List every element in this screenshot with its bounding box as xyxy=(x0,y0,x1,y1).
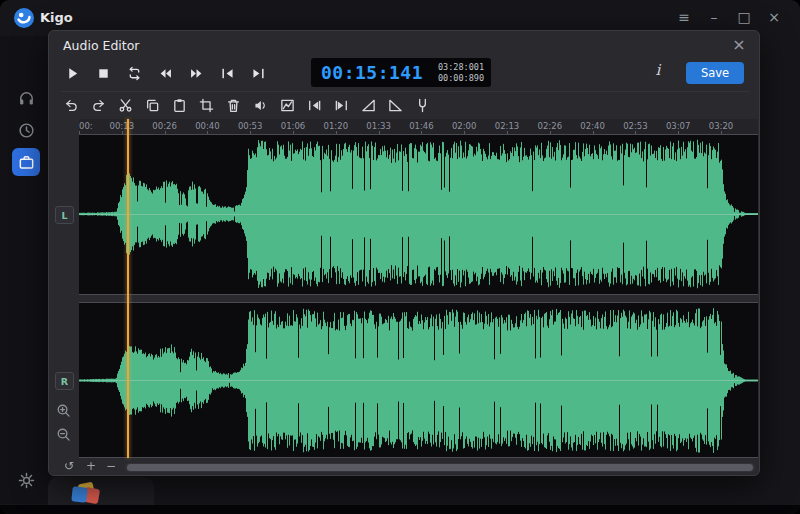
ruler-tick-label: 01:33 xyxy=(366,121,391,131)
ruler-tick-label: 00: xyxy=(79,121,93,131)
crop-button[interactable] xyxy=(196,95,217,117)
sidebar-item-headphones[interactable] xyxy=(12,84,40,112)
cut-button[interactable] xyxy=(115,95,136,117)
info-button[interactable]: i xyxy=(649,61,667,83)
undo-button[interactable] xyxy=(61,95,82,117)
save-button[interactable]: Save xyxy=(686,62,744,84)
audio-editor-dialog: Audio Editor × 00:15:141 03:28:001 00:00… xyxy=(48,30,760,476)
ruler-tick-label: 02:26 xyxy=(538,121,563,131)
maximize-window-button[interactable]: □ xyxy=(736,8,752,26)
app-window: Kigo ≡–□× Audio Editor × 00:15:141 03:28… xyxy=(0,0,800,514)
ruler-tick-label: 03:07 xyxy=(666,121,691,131)
timeline-ruler[interactable]: 00:00:1300:2600:4000:5301:0601:2001:3301… xyxy=(79,119,758,134)
edit-toolbar xyxy=(61,91,749,117)
horizontal-scrollbar[interactable] xyxy=(125,463,755,472)
zoom-out-button[interactable] xyxy=(56,427,73,444)
ruler-tick-label: 02:00 xyxy=(452,121,477,131)
fast-forward-button[interactable] xyxy=(185,61,207,85)
sidebar-item-history[interactable] xyxy=(12,116,40,144)
paste-button[interactable] xyxy=(169,95,190,117)
window-controls: ≡–□× xyxy=(676,8,782,26)
volume-button[interactable] xyxy=(250,95,271,117)
app-title: Kigo xyxy=(40,10,73,25)
ruler-tick-label: 00:53 xyxy=(238,121,263,131)
pitch-button[interactable] xyxy=(412,95,433,117)
scrollbar-thumb[interactable] xyxy=(127,464,753,471)
fade-in-button[interactable] xyxy=(358,95,379,117)
sidebar xyxy=(0,36,52,504)
right-channel-badge: R xyxy=(55,372,74,390)
background-panel xyxy=(48,477,154,506)
window-bottom-strip xyxy=(0,505,800,514)
skip-end-button[interactable] xyxy=(247,61,269,85)
skip-start-button[interactable] xyxy=(216,61,238,85)
play-button[interactable] xyxy=(61,61,83,85)
sidebar-item-store[interactable] xyxy=(12,148,40,176)
ruler-tick-label: 02:53 xyxy=(623,121,648,131)
ruler-tick-label: 02:40 xyxy=(580,121,605,131)
zoom-in-button[interactable] xyxy=(56,403,73,420)
ruler-tick-label: 02:13 xyxy=(495,121,520,131)
ruler-tick-label: 01:06 xyxy=(281,121,306,131)
sidebar-item-settings[interactable] xyxy=(12,466,40,494)
ruler-tick-label: 01:46 xyxy=(409,121,434,131)
ruler-tick-label: 00:40 xyxy=(195,121,220,131)
kigo-logo-icon xyxy=(13,7,35,29)
ruler-tick-label: 03:20 xyxy=(709,121,734,131)
redo-button[interactable] xyxy=(88,95,109,117)
time-display: 00:15:141 03:28:001 00:00:890 xyxy=(311,58,491,87)
delete-button[interactable] xyxy=(223,95,244,117)
stop-button[interactable] xyxy=(92,61,114,85)
horizontal-zoom-out-button[interactable]: − xyxy=(103,459,119,474)
dialog-title: Audio Editor xyxy=(63,38,140,53)
rewind-button[interactable] xyxy=(154,61,176,85)
transport-bar xyxy=(61,58,269,88)
trim-end-button[interactable] xyxy=(331,95,352,117)
bottom-bar: ↺ + − xyxy=(49,459,761,477)
close-window-button[interactable]: × xyxy=(766,8,782,26)
left-channel-badge: L xyxy=(55,206,74,224)
ruler-tick-label: 01:20 xyxy=(324,121,349,131)
trim-start-button[interactable] xyxy=(304,95,325,117)
menu-window-button[interactable]: ≡ xyxy=(676,8,692,26)
loop-button[interactable] xyxy=(123,61,145,85)
app-badge-icon xyxy=(70,482,100,506)
dialog-close-button[interactable]: × xyxy=(730,35,748,54)
ruler-tick-label: 00:13 xyxy=(110,121,135,131)
envelope-button[interactable] xyxy=(277,95,298,117)
reset-zoom-button[interactable]: ↺ xyxy=(61,459,77,474)
total-time: 03:28:001 xyxy=(438,62,484,73)
minimize-window-button[interactable]: – xyxy=(706,8,722,26)
copy-button[interactable] xyxy=(142,95,163,117)
selection-time: 00:00:890 xyxy=(438,73,484,84)
fade-out-button[interactable] xyxy=(385,95,406,117)
current-time: 00:15:141 xyxy=(311,62,438,83)
ruler-tick-label: 00:26 xyxy=(152,121,177,131)
playhead[interactable] xyxy=(127,119,129,458)
waveform-canvas[interactable] xyxy=(79,134,758,458)
horizontal-zoom-in-button[interactable]: + xyxy=(83,459,99,474)
